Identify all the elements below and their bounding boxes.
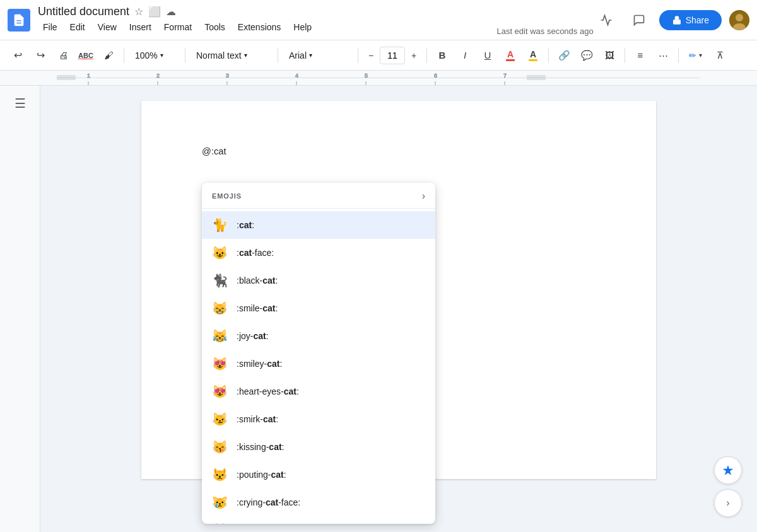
cat-face-label: :cat-face: <box>237 248 274 258</box>
emoji-item-pouting-cat[interactable]: 😾 :pouting-cat: <box>202 461 435 489</box>
expand-button[interactable]: ⊼ <box>710 45 730 66</box>
assistant-fab[interactable] <box>714 456 742 484</box>
toolbar: ↩ ↪ 🖨 ABC 🖌 100% ▾ Normal text ▾ Arial ▾… <box>0 40 757 71</box>
comment-button[interactable]: 💬 <box>577 45 597 66</box>
editing-mode-button[interactable]: ✏ ▾ <box>684 45 707 66</box>
menu-bar: File Edit View Insert Format Tools Exten… <box>38 20 486 35</box>
smirk-cat-emoji: 😼 <box>212 412 228 427</box>
emoji-item-black-cat[interactable]: 🐈‍⬛ :black-cat: <box>202 267 435 294</box>
emoji-dropdown-header: EMOJIS › <box>202 183 435 209</box>
pouting-cat-emoji: 😾 <box>212 467 228 482</box>
emoji-item-smirk-cat[interactable]: 😼 :smirk-cat: <box>202 405 435 433</box>
redo-button[interactable]: ↪ <box>30 45 50 66</box>
print-icon: 🖨 <box>59 50 68 61</box>
undo-icon: ↩ <box>14 49 22 61</box>
comment-icon: 💬 <box>581 50 593 61</box>
image-button[interactable]: 🖼 <box>599 45 619 66</box>
align-button[interactable]: ≡ <box>630 45 650 66</box>
title-bar: Untitled document ☆ ⬜ ☁ File Edit View I… <box>0 0 757 40</box>
font-size-input[interactable] <box>380 47 405 64</box>
star-icon[interactable]: ☆ <box>134 6 143 18</box>
cloud-icon[interactable]: ☁ <box>166 6 176 18</box>
minus-icon: − <box>368 50 373 61</box>
heart-eyes-cat-emoji: 😻 <box>212 384 228 399</box>
editing-icon: ✏ <box>689 50 696 61</box>
svg-rect-21 <box>527 75 546 80</box>
emoji-item-joy-cat[interactable]: 😹 :joy-cat: <box>202 322 435 350</box>
black-cat-label: :black-cat: <box>237 275 278 286</box>
menu-insert[interactable]: Insert <box>124 20 156 35</box>
doc-title[interactable]: Untitled document <box>38 5 129 18</box>
emoji-dropdown: EMOJIS › 🐈 :cat: 😺 :cat-face: <box>202 183 435 524</box>
emoji-header-arrow-icon[interactable]: › <box>422 190 425 202</box>
scream-cat-emoji: 🙀 <box>212 523 228 524</box>
more-formatting-button[interactable]: ⋯ <box>653 45 673 66</box>
save-to-drive-icon[interactable]: ⬜ <box>148 6 161 18</box>
top-right-actions: Share <box>594 8 749 33</box>
insights-button[interactable] <box>594 8 619 33</box>
bottom-right-fabs: › <box>714 456 742 517</box>
emoji-item-heart-eyes-cat[interactable]: 😻 :heart-eyes-cat: <box>202 378 435 405</box>
doc-scroll-area[interactable]: @:cat EMOJIS › 🐈 :cat: 😺 :ca <box>40 86 757 532</box>
emoji-item-crying-cat-face[interactable]: 😿 :crying-cat-face: <box>202 489 435 516</box>
font-size-increase-button[interactable]: + <box>406 45 421 66</box>
underline-button[interactable]: U <box>478 45 498 66</box>
zoom-chevron-icon: ▾ <box>160 52 163 59</box>
align-icon: ≡ <box>638 50 643 61</box>
menu-tools[interactable]: Tools <box>199 20 230 35</box>
font-size-decrease-button[interactable]: − <box>363 45 378 66</box>
crying-cat-face-emoji: 😿 <box>212 495 228 510</box>
menu-edit[interactable]: Edit <box>65 20 90 35</box>
svg-rect-20 <box>57 75 76 80</box>
menu-file[interactable]: File <box>38 20 62 35</box>
italic-button[interactable]: I <box>455 45 475 66</box>
highlight-icon: A <box>529 49 537 61</box>
print-button[interactable]: 🖨 <box>53 45 73 66</box>
app-icon <box>8 9 30 32</box>
smiley-cat-emoji: 😻 <box>212 356 228 371</box>
avatar[interactable] <box>729 10 749 30</box>
ruler: 1 2 3 4 5 6 7 <box>0 71 757 86</box>
smirk-cat-label: :smirk-cat: <box>237 414 278 424</box>
emoji-item-smiley-cat[interactable]: 😻 :smiley-cat: <box>202 350 435 378</box>
link-button[interactable]: 🔗 <box>554 45 574 66</box>
text-color-button[interactable]: A <box>500 45 520 66</box>
svg-text:4: 4 <box>295 72 298 79</box>
joy-cat-label: :joy-cat: <box>237 331 269 341</box>
separator-8 <box>678 48 679 63</box>
font-selector[interactable]: Arial ▾ <box>283 45 353 66</box>
share-button[interactable]: Share <box>659 10 722 30</box>
highlight-button[interactable]: A <box>523 45 543 66</box>
doc-content[interactable]: @:cat <box>202 146 596 156</box>
emoji-item-smile-cat[interactable]: 😸 :smile-cat: <box>202 294 435 322</box>
menu-view[interactable]: View <box>93 20 122 35</box>
emoji-item-cat-face[interactable]: 😺 :cat-face: <box>202 239 435 267</box>
collapse-fab[interactable]: › <box>714 489 742 517</box>
paint-format-button[interactable]: 🖌 <box>98 45 119 66</box>
emoji-item-kissing-cat[interactable]: 😽 :kissing-cat: <box>202 433 435 461</box>
style-chevron-icon: ▾ <box>244 52 247 59</box>
redo-icon: ↪ <box>37 49 45 61</box>
undo-button[interactable]: ↩ <box>8 45 28 66</box>
comments-button[interactable] <box>626 8 652 33</box>
svg-text:1: 1 <box>87 72 90 79</box>
emoji-item-cat[interactable]: 🐈 :cat: <box>202 211 435 239</box>
text-style-selector[interactable]: Normal text ▾ <box>191 45 273 66</box>
font-chevron-icon: ▾ <box>309 52 312 59</box>
black-cat-emoji: 🐈‍⬛ <box>212 273 228 288</box>
zoom-selector[interactable]: 100% ▾ <box>129 45 180 66</box>
image-icon: 🖼 <box>605 50 614 61</box>
emoji-scroll-area[interactable]: 🐈 :cat: 😺 :cat-face: 🐈‍⬛ :black-cat: <box>202 209 435 524</box>
text-color-icon: A <box>506 49 515 61</box>
left-sidebar: ☰ <box>0 86 40 532</box>
menu-format[interactable]: Format <box>159 20 197 35</box>
outline-icon[interactable]: ☰ <box>15 96 26 111</box>
emoji-item-scream-cat[interactable]: 🙀 :scream-cat: <box>202 516 435 524</box>
joy-cat-emoji: 😹 <box>212 328 228 344</box>
menu-help[interactable]: Help <box>288 20 317 35</box>
menu-extensions[interactable]: Extensions <box>233 20 286 35</box>
bold-button[interactable]: B <box>432 45 452 66</box>
expand-icon: ⊼ <box>717 50 724 61</box>
doc-page: @:cat EMOJIS › 🐈 :cat: 😺 :ca <box>141 101 656 479</box>
spell-check-button[interactable]: ABC <box>76 45 96 66</box>
